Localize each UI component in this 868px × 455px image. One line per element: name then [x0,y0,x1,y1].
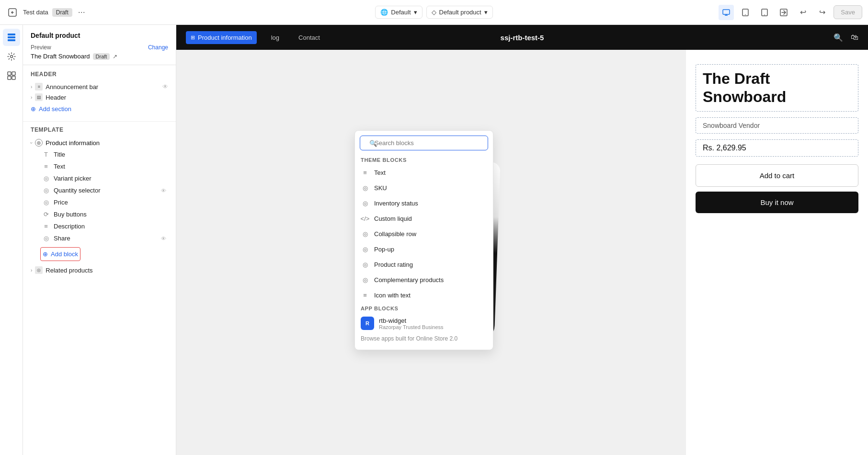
add-section-button[interactable]: ⊕ Add section [31,102,168,115]
header-icon: ▤ [35,93,43,101]
default-theme-button[interactable]: 🌐 Default ▾ [375,6,422,19]
nav-tab-contact-label: Contact [298,34,320,41]
draft-badge[interactable]: Draft [52,8,72,17]
text-block-icon: ≡ [361,168,369,177]
desktop-view-button[interactable] [719,5,734,20]
chevron-right-icon-2: › [31,95,32,100]
apps-icon-button[interactable] [3,67,20,84]
sections-icon-button[interactable] [3,29,20,46]
preview-label: Preview [31,44,51,51]
share-button[interactable] [776,5,791,20]
undo-button[interactable]: ↩ [795,5,811,20]
product-information-label: Product information [46,139,100,147]
text-block-label: Text [374,169,386,176]
block-buy-buttons[interactable]: ⟳ Buy buttons [40,208,168,220]
block-option-complementary[interactable]: ◎ Complementary products [355,272,493,287]
diamond-icon: ◇ [432,9,436,16]
visibility-icon[interactable]: 👁 [162,83,168,90]
block-option-custom-liquid[interactable]: </> Custom liquid [355,211,493,226]
preview-product-row: The Draft Snowboard Draft ↗ [31,53,168,60]
product-information-row[interactable]: › ◎ Product information [31,137,168,148]
add-block-button[interactable]: ⊕ Add block [40,247,80,261]
svg-rect-7 [8,34,15,35]
related-products-row[interactable]: › ◎ Related products [31,265,168,275]
block-quantity-selector[interactable]: ◎ Quantity selector 👁 [40,184,168,196]
change-link[interactable]: Change [148,44,168,51]
block-option-inventory[interactable]: ◎ Inventory status [355,195,493,211]
title-icon: T [42,151,50,158]
topbar-center: 🌐 Default ▾ ◇ Default product ▾ [293,6,575,19]
block-buy-label: Buy buttons [54,211,166,218]
block-option-popup[interactable]: ◎ Pop-up [355,241,493,257]
site-name: ssj-rtb-test-5 [501,34,544,42]
svg-rect-8 [8,36,15,38]
search-nav-icon[interactable]: 🔍 [834,33,843,42]
quantity-eye-icon[interactable]: 👁 [161,188,166,193]
default-product-button[interactable]: ◇ Default product ▾ [426,6,493,19]
topbar: Test data Draft ··· 🌐 Default ▾ ◇ Defaul… [0,0,868,25]
share-eye-icon[interactable]: 👁 [161,236,166,241]
left-panel: Default product Preview Change The Draft… [23,25,176,455]
save-button[interactable]: Save [834,5,862,19]
preview-content: SNOWBOARD SNORCE The Draft Snowboard Sno… [176,50,868,455]
block-option-sku[interactable]: ◎ SKU [355,180,493,195]
chevron-down-icon: ▾ [414,9,417,16]
block-title[interactable]: T Title [40,148,168,160]
plus-circle-icon: ⊕ [31,105,36,113]
price-box: Rs. 2,629.95 [696,139,858,157]
mobile-view-button[interactable] [757,5,772,20]
block-text[interactable]: ≡ Text [40,160,168,172]
block-list: T Title ≡ Text ◎ Variant picker ◎ Quanti… [31,148,168,261]
complementary-icon: ◎ [361,275,369,284]
header-row[interactable]: › ▤ Header [31,92,168,102]
block-price-label: Price [54,199,166,206]
preview-draft-badge: Draft [93,53,110,60]
block-variant-picker[interactable]: ◎ Variant picker [40,172,168,184]
block-option-text[interactable]: ≡ Text [355,165,493,180]
block-option-rating[interactable]: ◎ Product rating [355,257,493,272]
block-option-icon-text[interactable]: ≡ Icon with text [355,287,493,303]
nav-tab-product-info[interactable]: ⊞ Product information [186,31,257,44]
svg-rect-13 [8,76,11,80]
block-title-label: Title [54,151,166,158]
test-data-label: Test data [23,9,48,16]
related-icon: ◎ [35,266,43,274]
inventory-label: Inventory status [374,200,418,207]
vendor-label: Snowboard Vendor [703,122,760,129]
bag-nav-icon[interactable]: 🛍 [851,33,858,42]
svg-rect-9 [8,39,15,41]
svg-rect-12 [12,72,15,75]
block-option-collapsible[interactable]: ◎ Collapsible row [355,226,493,241]
price-label: Rs. 2,629.95 [703,144,746,152]
collapsible-icon: ◎ [361,229,369,238]
product-title: The Draft Snowboard [703,69,851,106]
block-price[interactable]: ◎ Price [40,196,168,208]
product-title-box: The Draft Snowboard [696,64,858,112]
chevron-down-icon-2: ▾ [484,9,488,16]
buy-now-button[interactable]: Buy it now [696,192,858,213]
redo-button[interactable]: ↪ [814,5,830,20]
text-icon: ≡ [42,163,50,170]
preview-row: Preview Change [31,44,168,51]
nav-tab-contact[interactable]: Contact [294,31,325,44]
header-section-group: Header › ≡ Announcement bar 👁 › ▤ Header… [23,65,176,122]
browse-apps-link[interactable]: Browse apps built for Online Store 2.0 [355,333,493,344]
block-text-label: Text [54,163,166,170]
tablet-view-button[interactable] [738,5,753,20]
icon-text-icon: ≡ [361,291,369,299]
back-button[interactable] [6,6,19,19]
settings-icon-button[interactable] [3,48,20,65]
app-rtb-widget[interactable]: R rtb-widget Razorpay Trusted Business [355,313,493,333]
nav-tab-log[interactable]: log [266,31,284,44]
add-to-cart-button[interactable]: Add to cart [696,164,858,187]
svg-rect-14 [12,76,15,80]
announcement-bar-row[interactable]: › ≡ Announcement bar 👁 [31,81,168,92]
rating-icon: ◎ [361,260,369,269]
external-link-icon[interactable]: ↗ [113,53,117,60]
add-block-label: Add block [51,250,78,258]
block-share[interactable]: ◎ Share 👁 [40,232,168,244]
search-blocks-input[interactable] [360,136,488,150]
block-description[interactable]: ≡ Description [40,220,168,232]
more-options-button[interactable]: ··· [76,7,87,17]
announcement-icon: ≡ [35,83,43,91]
